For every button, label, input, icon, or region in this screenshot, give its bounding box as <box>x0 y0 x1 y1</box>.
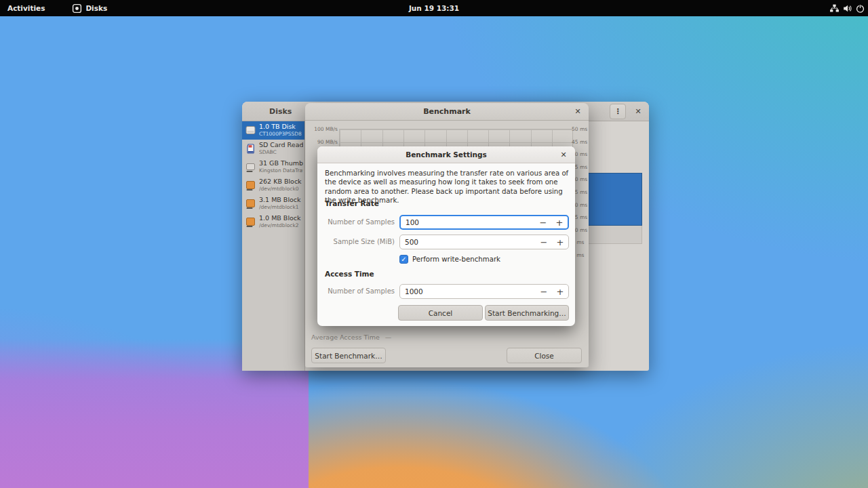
block-device-icon <box>245 216 256 228</box>
sd-card-icon <box>245 143 256 155</box>
disks-sidebar: 1.0 TB Disk CT1000P3PSSD8 SD Card Reader… <box>242 121 305 371</box>
benchmark-close-icon[interactable]: ✕ <box>572 106 583 117</box>
sidebar-item-subtitle: /dev/mtdblock1 <box>259 204 303 210</box>
sidebar-item-block-device-0[interactable]: 262 KB Block Device /dev/mtdblock0 <box>242 176 304 195</box>
start-benchmarking-button[interactable]: Start Benchmarking… <box>485 305 569 321</box>
access-samples-spinner[interactable]: 1000 − + <box>399 284 569 299</box>
network-icon[interactable] <box>829 3 840 14</box>
sidebar-item-thumb-drive[interactable]: 31 GB Thumb Drive Kingston DataTraveler <box>242 158 304 176</box>
transfer-samples-label: Number of Samples <box>324 218 395 226</box>
plus-icon[interactable]: + <box>551 216 568 228</box>
average-access-time-value: — <box>385 333 392 341</box>
minus-icon[interactable]: − <box>535 216 551 228</box>
clock[interactable]: Jun 19 13:31 <box>0 0 868 16</box>
transfer-samples-spinner[interactable]: 100 − + <box>399 215 569 230</box>
axis-tick-label: 100 MB/s <box>314 126 338 132</box>
volume-strip <box>585 226 642 244</box>
plus-icon[interactable]: + <box>552 235 568 249</box>
write-benchmark-row[interactable]: ✓ Perform write-benchmark <box>399 255 500 264</box>
gnome-top-bar: Activities Disks Jun 19 13:31 <box>0 0 868 16</box>
sidebar-item-disk[interactable]: 1.0 TB Disk CT1000P3PSSD8 <box>242 121 304 140</box>
sidebar-item-subtitle: SDABC <box>259 149 303 155</box>
sample-size-value[interactable]: 500 <box>400 238 536 246</box>
average-access-time-label: Average Access Time <box>311 333 380 341</box>
sidebar-item-subtitle: /dev/mtdblock2 <box>259 222 303 228</box>
settings-headerbar: Benchmark Settings ✕ <box>317 146 575 163</box>
sidebar-item-title: SD Card Reader <box>259 141 303 149</box>
transfer-rate-heading: Transfer Rate <box>325 199 379 207</box>
sidebar-item-title: 1.0 MB Block Device <box>259 214 303 222</box>
sidebar-item-sd-card[interactable]: SD Card Reader SDABC <box>242 140 304 158</box>
plus-icon[interactable]: + <box>552 285 568 298</box>
benchmark-settings-dialog: Benchmark Settings ✕ Benchmarking involv… <box>317 146 575 326</box>
sidebar-item-subtitle: CT1000P3PSSD8 <box>259 131 303 137</box>
settings-close-icon[interactable]: ✕ <box>558 149 569 160</box>
hard-disk-icon <box>245 125 256 136</box>
benchmark-dialog-title: Benchmark <box>423 107 471 116</box>
axis-tick-label: 45 ms <box>572 138 587 144</box>
volume-icon[interactable] <box>842 3 852 14</box>
settings-dialog-title: Benchmark Settings <box>406 150 487 159</box>
menu-kebab-button[interactable]: ⋮ <box>610 104 626 119</box>
sidebar-item-subtitle: Kingston DataTraveler <box>259 167 303 174</box>
sidebar-item-block-device-1[interactable]: 3.1 MB Block Device /dev/mtdblock1 <box>242 195 304 213</box>
minus-icon[interactable]: − <box>536 235 552 249</box>
disks-close-icon[interactable]: ✕ <box>633 106 644 117</box>
benchmark-close-button[interactable]: Close <box>507 348 582 363</box>
sidebar-item-title: 1.0 TB Disk <box>259 123 303 131</box>
sidebar-item-block-device-2[interactable]: 1.0 MB Block Device /dev/mtdblock2 <box>242 213 304 231</box>
axis-tick-label: 90 MB/s <box>317 138 338 144</box>
cancel-button[interactable]: Cancel <box>398 305 483 321</box>
sample-size-label: Sample Size (MiB) <box>324 238 395 245</box>
sidebar-item-title: 262 KB Block Device <box>259 178 303 186</box>
minus-icon[interactable]: − <box>536 285 552 298</box>
access-samples-value[interactable]: 1000 <box>400 287 536 296</box>
desktop: Disks ⋮ ✕ 1.0 TB Disk CT1000P3PSSD8 SD C… <box>0 0 868 488</box>
benchmark-headerbar: Benchmark ✕ <box>305 103 589 121</box>
disks-window-title: Disks <box>269 102 292 121</box>
sidebar-item-subtitle: /dev/mtdblock0 <box>259 186 303 192</box>
start-benchmark-button[interactable]: Start Benchmark… <box>311 348 386 363</box>
write-benchmark-label: Perform write-benchmark <box>412 256 500 263</box>
access-time-heading: Access Time <box>325 270 374 278</box>
sidebar-item-title: 31 GB Thumb Drive <box>259 159 303 167</box>
transfer-samples-value[interactable]: 100 <box>401 218 535 226</box>
average-access-time-row: Average Access Time — <box>311 333 391 341</box>
sidebar-item-title: 3.1 MB Block Device <box>259 196 303 204</box>
block-device-icon <box>245 198 256 209</box>
write-benchmark-checkbox[interactable]: ✓ <box>399 255 408 264</box>
thumb-drive-icon <box>245 161 256 173</box>
sample-size-spinner[interactable]: 500 − + <box>399 235 569 249</box>
block-device-icon <box>245 180 256 191</box>
access-samples-label: Number of Samples <box>324 287 395 295</box>
axis-tick-label: 50 ms <box>572 126 587 132</box>
volume-block[interactable] <box>585 173 642 226</box>
power-icon[interactable] <box>855 3 865 14</box>
